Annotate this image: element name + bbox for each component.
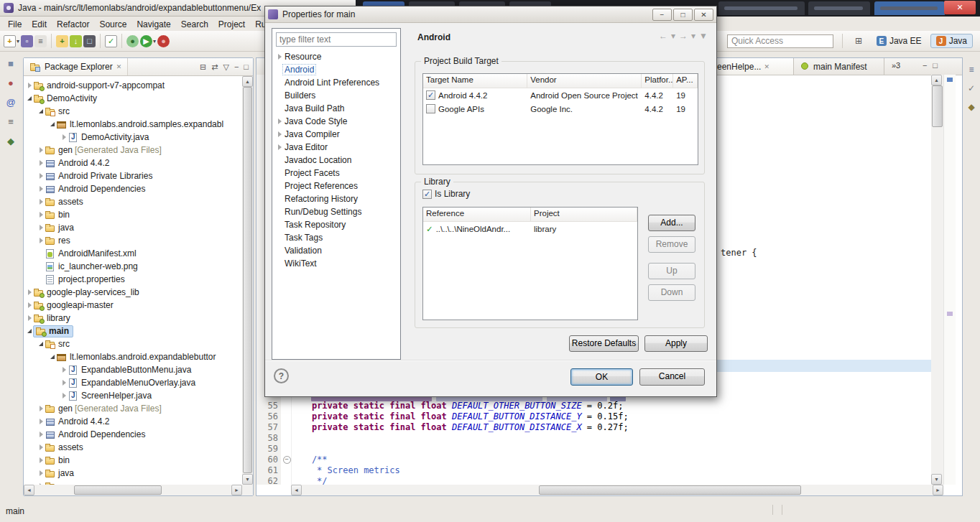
scroll-down-icon[interactable]: ▼: [931, 474, 942, 485]
scroll-left-icon[interactable]: ◄: [291, 485, 302, 495]
quick-access-input[interactable]: [727, 34, 833, 48]
scrollbar-thumb[interactable]: [74, 485, 162, 495]
close-tab-icon[interactable]: [764, 63, 769, 70]
debug-icon[interactable]: ●: [126, 33, 139, 49]
twisty-collapsed-icon[interactable]: [26, 302, 33, 308]
menu-item-source[interactable]: Source: [94, 18, 131, 31]
add-button[interactable]: Add...: [648, 215, 695, 231]
overview-marker[interactable]: [947, 312, 953, 316]
menu-item-file[interactable]: File: [3, 18, 27, 31]
tree-item-src[interactable]: src: [24, 337, 242, 350]
views-grid-icon[interactable]: ■: [3, 57, 19, 71]
dialog-minimize-button[interactable]: −: [652, 9, 672, 21]
android-sdk-manager-icon[interactable]: ↓: [70, 33, 82, 49]
package-explorer-vscrollbar[interactable]: ▲ ▼: [242, 76, 253, 485]
scroll-right-icon[interactable]: ►: [933, 485, 943, 495]
javadoc-icon[interactable]: @: [3, 95, 19, 110]
prop-page-android[interactable]: Android: [272, 63, 400, 76]
prop-page-builders[interactable]: Builders: [272, 89, 400, 102]
twisty-collapsed-icon[interactable]: [37, 432, 45, 437]
code-editor[interactable]: 55 private static final float DEFAULT_OT…: [256, 401, 943, 487]
scroll-left-icon[interactable]: ◄: [24, 485, 34, 495]
twisty-collapsed-icon[interactable]: [37, 406, 45, 411]
twisty-collapsed-icon[interactable]: [37, 457, 45, 463]
scrollbar-thumb[interactable]: [243, 87, 252, 473]
column-ap[interactable]: AP...: [673, 74, 698, 88]
tree-item-java[interactable]: java: [24, 221, 242, 234]
reference-row[interactable]: ..\..\..\NineOldAndr...library: [423, 222, 637, 236]
ok-button[interactable]: OK: [570, 368, 633, 386]
tree-item-android-dependencies[interactable]: Android Dependencies: [24, 428, 242, 441]
minimize-icon[interactable]: −: [234, 62, 239, 71]
maximize-icon[interactable]: □: [244, 62, 249, 71]
save-icon[interactable]: ▫: [21, 33, 33, 49]
close-view-icon[interactable]: [116, 63, 122, 70]
open-perspective-icon[interactable]: [851, 34, 866, 48]
view-menu-icon[interactable]: ▽: [223, 62, 228, 72]
twisty-expanded-icon[interactable]: [37, 109, 45, 113]
prop-page-java-editor[interactable]: Java Editor: [272, 141, 400, 154]
tree-item-android-4-4-2[interactable]: Android 4.4.2: [24, 415, 242, 428]
back-menu-icon[interactable]: ▾: [671, 31, 675, 41]
tree-item-expandablemenuoverlay-java[interactable]: ExpandableMenuOverlay.java: [24, 376, 242, 389]
scroll-right-icon[interactable]: ►: [231, 485, 242, 495]
prop-page-java-compiler[interactable]: Java Compiler: [272, 128, 400, 141]
tree-item-res[interactable]: res: [24, 234, 242, 247]
tree-item-expandablebuttonmenu-java[interactable]: ExpandableButtonMenu.java: [24, 363, 242, 376]
prop-page-java-code-style[interactable]: Java Code Style: [272, 115, 400, 128]
twisty-collapsed-icon[interactable]: [37, 470, 45, 476]
tree-item-googleapi-master[interactable]: googleapi-master: [24, 299, 242, 312]
twisty-collapsed-icon[interactable]: [276, 54, 283, 60]
lint-check-icon[interactable]: ✓: [105, 33, 117, 49]
twisty-collapsed-icon[interactable]: [26, 289, 33, 295]
scrollbar-thumb[interactable]: [539, 485, 801, 495]
twisty-collapsed-icon[interactable]: [26, 315, 33, 321]
breakpoints-icon[interactable]: ●: [3, 76, 19, 90]
package-explorer-hscrollbar[interactable]: ◄ ►: [24, 485, 242, 495]
prop-page-run-debug-settings[interactable]: Run/Debug Settings: [272, 205, 400, 218]
tree-item-bin[interactable]: bin: [24, 454, 242, 467]
tree-item-screenhelper-java[interactable]: ScreenHelper.java: [24, 389, 242, 402]
prop-page-wikitext[interactable]: WikiText: [272, 257, 400, 270]
cancel-button[interactable]: Cancel: [639, 368, 705, 386]
scroll-down-icon[interactable]: ▼: [242, 474, 253, 485]
prop-page-task-tags[interactable]: Task Tags: [272, 231, 400, 244]
prop-page-task-repository[interactable]: Task Repository: [272, 218, 400, 231]
tree-item-android-support-v7-appcompat[interactable]: android-support-v7-appcompat: [24, 79, 242, 92]
fold-collapse-icon[interactable]: −: [283, 456, 291, 464]
twisty-expanded-icon[interactable]: [49, 122, 56, 126]
tree-item-main[interactable]: main: [24, 325, 242, 337]
apply-button[interactable]: Apply: [644, 335, 708, 352]
is-library-checkbox[interactable]: [422, 190, 432, 199]
column-vendor[interactable]: Vendor: [527, 74, 642, 88]
menu-item-edit[interactable]: Edit: [27, 18, 52, 31]
prop-page-resource[interactable]: Resource: [272, 50, 400, 63]
dialog-close-button[interactable]: ✕: [694, 9, 713, 21]
tree-item-gen[interactable]: gen [Generated Java Files]: [24, 144, 242, 157]
minimized-outline-view-icon[interactable]: ≡: [964, 63, 979, 76]
help-button[interactable]: ?: [274, 368, 289, 383]
prop-page-android-lint-preferences[interactable]: Android Lint Preferences: [272, 76, 400, 89]
print-icon[interactable]: ≡: [34, 33, 47, 49]
scroll-up-icon[interactable]: ▲: [242, 76, 253, 87]
forward-menu-icon[interactable]: ▾: [691, 31, 695, 41]
twisty-expanded-icon[interactable]: [37, 342, 45, 346]
editor-vscrollbar[interactable]: ▲ ▼: [931, 75, 943, 485]
twisty-collapsed-icon[interactable]: [37, 147, 45, 153]
prop-page-project-facets[interactable]: Project Facets: [272, 167, 400, 180]
menu-item-search[interactable]: Search: [176, 18, 213, 31]
column-reference[interactable]: Reference: [423, 208, 531, 221]
twisty-collapsed-icon[interactable]: [26, 83, 33, 88]
dialog-titlebar[interactable]: Properties for main −□✕: [265, 6, 716, 23]
column-target-name[interactable]: Target Name: [423, 74, 527, 88]
menu-item-refactor[interactable]: Refactor: [52, 18, 94, 31]
tree-item-gen[interactable]: gen [Generated Java Files]: [24, 402, 242, 415]
tree-item-assets[interactable]: assets: [24, 441, 242, 454]
tree-item-library[interactable]: library: [24, 312, 242, 325]
page-menu-icon[interactable]: ▼: [699, 31, 708, 41]
filter-input[interactable]: [276, 32, 397, 47]
run-icon[interactable]: ▶▾: [140, 33, 156, 49]
target-checkbox[interactable]: [426, 90, 435, 100]
ddms-icon[interactable]: ◆: [3, 134, 19, 149]
twisty-collapsed-icon[interactable]: [37, 225, 45, 230]
